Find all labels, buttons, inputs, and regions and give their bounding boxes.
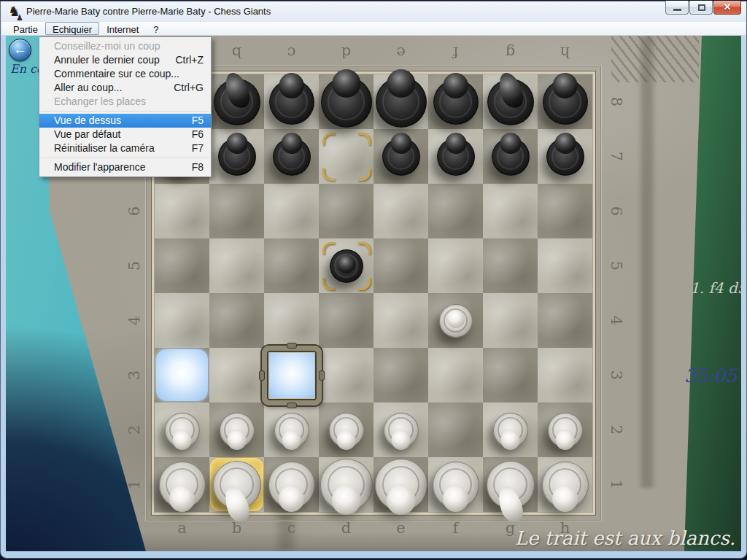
square-e5[interactable]	[374, 238, 428, 293]
square-a4[interactable]	[155, 293, 209, 348]
square-c5[interactable]	[264, 238, 319, 293]
square-f3[interactable]	[428, 348, 483, 402]
pawn-head	[282, 430, 301, 450]
pawn-head	[281, 133, 302, 154]
piece-white-bishop-c1[interactable]	[268, 462, 315, 508]
menubar-item-internet[interactable]: Internet	[99, 22, 146, 35]
piece-white-queen-d1[interactable]	[320, 459, 373, 511]
piece-white-knight-g1[interactable]	[487, 461, 535, 509]
piece-black-knight-b8[interactable]	[214, 79, 260, 125]
queen-head	[331, 486, 361, 516]
square-f5[interactable]	[428, 238, 483, 293]
menu-item-modifier-l-apparence[interactable]: Modifier l'apparenceF8	[39, 160, 211, 174]
rank-label-left-4: 4	[107, 312, 162, 330]
pawn-head	[500, 430, 520, 450]
piece-white-pawn-c2[interactable]	[274, 413, 309, 448]
menubar-item-echiquier[interactable]: Echiquier	[45, 22, 99, 35]
maximize-button[interactable]	[689, 1, 713, 15]
menu-item-vue-de-dessus[interactable]: Vue de dessusF5	[39, 114, 211, 128]
piece-white-pawn-f4[interactable]	[439, 304, 473, 338]
close-button[interactable]: ✕	[713, 1, 741, 15]
minimize-button[interactable]	[665, 1, 689, 15]
square-f2[interactable]	[428, 402, 483, 457]
piece-black-bishop-f8[interactable]	[433, 79, 479, 125]
maximize-icon	[698, 4, 705, 11]
square-h5[interactable]	[538, 238, 592, 293]
square-f6[interactable]	[428, 184, 483, 238]
piece-white-knight-b1[interactable]	[213, 461, 261, 509]
cursor-frame-square-c3[interactable]	[262, 346, 322, 405]
square-b4[interactable]	[209, 293, 264, 348]
menu-item-r-initialiser-la-cam-ra[interactable]: Réinitialiser la caméraF7	[39, 141, 211, 155]
rank-label-right-5: 5	[589, 257, 643, 275]
menu-item-label: Echanger les places	[54, 95, 146, 109]
square-e6[interactable]	[374, 184, 428, 238]
square-e3[interactable]	[374, 348, 428, 402]
piece-black-rook-h8[interactable]	[543, 79, 588, 125]
square-a6[interactable]	[155, 184, 209, 238]
piece-black-queen-d8[interactable]	[321, 77, 372, 128]
window-controls: ✕	[665, 1, 741, 15]
piece-white-bishop-f1[interactable]	[433, 462, 479, 508]
square-a5[interactable]	[155, 238, 209, 293]
menu-item-annuler-le-dernier-coup[interactable]: Annuler le dernier coupCtrl+Z	[39, 53, 211, 67]
title-bar[interactable]: ♞♟ Pierre-Marie Baty contre Pierre-Marie…	[1, 1, 746, 22]
square-g5[interactable]	[483, 238, 538, 293]
piece-black-pawn-f7[interactable]	[437, 138, 475, 176]
rank-label-left-6: 6	[107, 203, 162, 220]
menu-item-label: Réinitialiser la caméra	[54, 141, 155, 155]
piece-white-pawn-a2[interactable]	[165, 413, 200, 448]
piece-black-pawn-b7[interactable]	[218, 138, 256, 176]
pawn-head	[336, 430, 356, 450]
piece-black-king-e8[interactable]	[376, 77, 427, 128]
rank-label-left-2: 2	[107, 421, 162, 439]
piece-black-pawn-e7[interactable]	[382, 138, 420, 176]
menu-item-label: Commentaire sur ce coup...	[54, 67, 179, 81]
slab-scratches-corner	[611, 36, 699, 82]
square-h3[interactable]	[538, 348, 592, 402]
pawn-head	[390, 133, 411, 154]
square-h4[interactable]	[538, 293, 592, 348]
menubar-item-partie[interactable]: Partie	[6, 22, 45, 35]
menu-item-vue-par-d-faut[interactable]: Vue par défautF6	[39, 128, 211, 141]
piece-black-pawn-g7[interactable]	[492, 138, 530, 176]
back-button[interactable]: ←	[9, 39, 31, 61]
square-g6[interactable]	[483, 184, 538, 238]
square-d4[interactable]	[319, 293, 374, 348]
menubar-item-?[interactable]: ?	[146, 22, 166, 35]
pawn-head	[446, 310, 465, 329]
menu-item-label: Vue de dessus	[54, 114, 121, 128]
square-b5[interactable]	[209, 238, 264, 293]
square-h6[interactable]	[538, 184, 592, 238]
square-b3[interactable]	[209, 348, 264, 402]
piece-white-pawn-h2[interactable]	[548, 413, 583, 448]
square-g3[interactable]	[483, 348, 538, 402]
piece-white-rook-h1[interactable]	[542, 462, 589, 508]
piece-black-bishop-c8[interactable]	[269, 79, 314, 125]
hint-square-a3[interactable]	[156, 349, 208, 401]
menu-item-commentaire-sur-ce-coup[interactable]: Commentaire sur ce coup...	[39, 67, 211, 81]
piece-black-pawn-d5[interactable]	[330, 249, 363, 283]
piece-white-pawn-g2[interactable]	[493, 413, 528, 448]
menu-item-aller-au-coup[interactable]: Aller au coup...Ctrl+G	[39, 81, 211, 95]
square-c4[interactable]	[264, 293, 319, 348]
piece-white-pawn-d2[interactable]	[329, 413, 364, 448]
rank-label-right-2: 2	[589, 421, 643, 439]
square-g4[interactable]	[483, 293, 538, 348]
square-c6[interactable]	[264, 184, 319, 238]
menu-item-shortcut: F6	[192, 128, 204, 141]
square-d6[interactable]	[319, 184, 374, 238]
piece-white-king-e1[interactable]	[375, 459, 427, 511]
piece-black-knight-g8[interactable]	[487, 79, 534, 125]
square-d3[interactable]	[319, 348, 374, 402]
pawn-head	[172, 430, 192, 450]
piece-white-pawn-b2[interactable]	[220, 413, 255, 448]
piece-black-pawn-c7[interactable]	[273, 138, 311, 176]
piece-black-pawn-h7[interactable]	[546, 138, 584, 176]
piece-white-rook-a1[interactable]	[159, 462, 206, 508]
square-b6[interactable]	[209, 184, 264, 238]
piece-white-pawn-e2[interactable]	[384, 413, 419, 448]
rank-label-right-7: 7	[589, 148, 643, 166]
square-e4[interactable]	[374, 293, 428, 348]
menu-item-shortcut: Ctrl+Z	[176, 53, 204, 67]
